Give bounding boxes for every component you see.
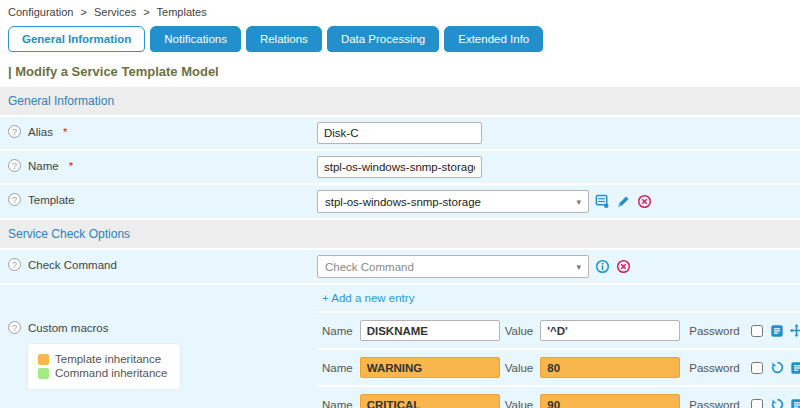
name-row: ? Name * xyxy=(0,151,800,183)
section-service-check-options: Service Check Options xyxy=(0,220,800,248)
tab-notifications[interactable]: Notifications xyxy=(150,26,241,52)
add-new-entry-link[interactable]: + Add a new entry xyxy=(317,285,414,311)
macro-password-label: Password xyxy=(689,325,740,337)
custom-macros-label-cell: ? Custom macros Template inheritance Com… xyxy=(0,285,317,408)
undo-inheritance-icon[interactable] xyxy=(770,360,785,375)
macro-name-input[interactable] xyxy=(360,320,500,341)
template-select[interactable]: stpl-os-windows-snmp-storage ▾ xyxy=(317,190,589,213)
legend-template-inheritance-label: Template inheritance xyxy=(55,353,161,365)
check-command-select[interactable]: Check Command ▾ xyxy=(317,255,589,278)
page-title: | Modify a Service Template Model xyxy=(8,64,800,79)
help-icon[interactable]: ? xyxy=(8,321,21,334)
move-handle-icon[interactable] xyxy=(789,323,800,338)
help-icon[interactable]: ? xyxy=(8,125,21,138)
custom-macros-label: Custom macros xyxy=(28,322,109,334)
template-row: ? Template stpl-os-windows-snmp-storage … xyxy=(0,185,800,218)
check-command-placeholder: Check Command xyxy=(325,261,414,273)
command-inheritance-swatch xyxy=(38,368,49,379)
tab-bar: General Information Notifications Relati… xyxy=(8,26,800,52)
edit-pencil-icon[interactable] xyxy=(616,194,631,209)
template-label: Template xyxy=(28,194,75,206)
macro-value-label: Value xyxy=(505,362,534,374)
breadcrumb-templates[interactable]: Templates xyxy=(157,6,207,18)
info-circle-icon[interactable] xyxy=(595,259,610,274)
template-label-cell: ? Template xyxy=(0,185,317,214)
macro-value-label: Value xyxy=(505,325,534,337)
tab-relations[interactable]: Relations xyxy=(246,26,322,52)
legend-command-inheritance-label: Command inheritance xyxy=(55,367,168,379)
alias-input[interactable] xyxy=(317,122,482,144)
name-label: Name xyxy=(28,160,59,172)
macro-row-diskname: Name Value Password xyxy=(317,311,800,348)
help-icon[interactable]: ? xyxy=(8,193,21,206)
template-select-value: stpl-os-windows-snmp-storage xyxy=(325,196,481,208)
macro-name-input[interactable] xyxy=(360,357,500,378)
macro-row-critical: Name Value Password xyxy=(317,385,800,408)
macro-value-input[interactable] xyxy=(540,357,680,378)
macro-password-label: Password xyxy=(689,399,740,408)
macro-description-icon[interactable] xyxy=(790,361,800,375)
breadcrumb-separator: > xyxy=(81,6,87,18)
macro-inheritance-legend: Template inheritance Command inheritance xyxy=(28,344,180,389)
required-asterisk: * xyxy=(63,126,67,138)
macro-name-input[interactable] xyxy=(360,394,500,408)
macro-name-label: Name xyxy=(322,325,353,337)
breadcrumb-separator: > xyxy=(143,6,149,18)
tab-data-processing[interactable]: Data Processing xyxy=(327,26,439,52)
template-inheritance-swatch xyxy=(38,354,49,365)
chevron-down-icon: ▾ xyxy=(576,262,581,272)
alias-label-cell: ? Alias * xyxy=(0,117,317,146)
check-command-label-cell: ? Check Command xyxy=(0,250,317,279)
delete-circle-x-icon[interactable] xyxy=(616,259,631,274)
tab-general-information[interactable]: General Information xyxy=(8,26,145,52)
password-checkbox[interactable] xyxy=(751,399,763,408)
tab-extended-info[interactable]: Extended Info xyxy=(444,26,543,52)
macro-value-label: Value xyxy=(505,399,534,408)
check-command-label: Check Command xyxy=(28,259,117,271)
alias-row: ? Alias * xyxy=(0,117,800,149)
macro-row-warning: Name Value Password xyxy=(317,348,800,385)
macro-name-label: Name xyxy=(322,399,353,408)
breadcrumb-services[interactable]: Services xyxy=(94,6,136,18)
macro-description-icon[interactable] xyxy=(770,324,784,338)
macro-name-label: Name xyxy=(322,362,353,374)
legend-command-inheritance: Command inheritance xyxy=(38,367,168,379)
undo-inheritance-icon[interactable] xyxy=(770,397,785,408)
breadcrumb: Configuration > Services > Templates xyxy=(0,0,800,20)
macro-description-icon[interactable] xyxy=(790,398,800,408)
chevron-down-icon: ▾ xyxy=(576,197,581,207)
name-label-cell: ? Name * xyxy=(0,151,317,180)
check-command-row: ? Check Command Check Command ▾ xyxy=(0,250,800,283)
help-icon[interactable]: ? xyxy=(8,258,21,271)
help-icon[interactable]: ? xyxy=(8,159,21,172)
macro-password-label: Password xyxy=(689,362,740,374)
custom-macros-row: ? Custom macros Template inheritance Com… xyxy=(0,285,800,408)
breadcrumb-configuration[interactable]: Configuration xyxy=(8,6,73,18)
view-template-icon[interactable] xyxy=(595,194,610,209)
macro-value-input[interactable] xyxy=(540,394,680,408)
macro-value-input[interactable] xyxy=(540,320,680,341)
legend-template-inheritance: Template inheritance xyxy=(38,353,168,365)
password-checkbox[interactable] xyxy=(751,325,763,337)
name-input[interactable] xyxy=(317,156,482,178)
required-asterisk: * xyxy=(69,160,73,172)
alias-label: Alias xyxy=(28,126,53,138)
delete-circle-x-icon[interactable] xyxy=(637,194,652,209)
section-general-information: General Information xyxy=(0,87,800,115)
password-checkbox[interactable] xyxy=(751,362,763,374)
